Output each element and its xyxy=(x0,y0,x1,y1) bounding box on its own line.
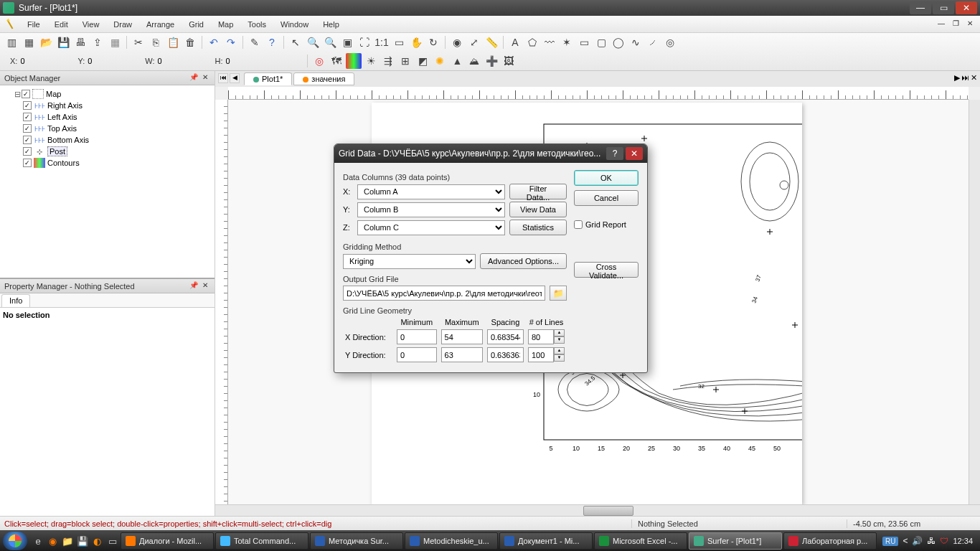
delete-icon[interactable]: 🗑 xyxy=(182,34,198,50)
map-contour-icon[interactable]: ◎ xyxy=(311,53,327,69)
spin-up-button[interactable]: ▲ xyxy=(554,329,565,336)
tree-item-post[interactable]: ✓⊹Post xyxy=(23,146,212,157)
tree-checkbox[interactable]: ✓ xyxy=(23,124,32,133)
help-icon[interactable]: ? xyxy=(264,34,280,50)
menu-map[interactable]: Map xyxy=(211,18,240,31)
menu-edit[interactable]: Edit xyxy=(47,18,75,31)
tab-nav-next-button[interactable]: ▶ xyxy=(954,73,960,83)
tab-close-button[interactable]: ✕ xyxy=(971,73,977,83)
document-tab-plot1[interactable]: Plot1* xyxy=(244,72,292,85)
y-column-select[interactable]: Column B xyxy=(357,202,505,217)
taskbar-item[interactable]: Microsoft Excel -... xyxy=(594,532,687,550)
trackball-icon[interactable]: ◉ xyxy=(449,34,465,50)
grid-report-checkbox[interactable] xyxy=(574,220,583,229)
tray-expand-icon[interactable]: < xyxy=(903,536,908,546)
zoom-realtime-icon[interactable]: ⤢ xyxy=(466,34,482,50)
y-spacing-input[interactable] xyxy=(487,347,524,362)
tab-nav-first-button[interactable]: ⏮ xyxy=(218,73,228,83)
spin-down-button[interactable]: ▼ xyxy=(554,336,565,344)
quick-explorer-icon[interactable]: 📁 xyxy=(61,534,75,548)
quick-show-desktop-icon[interactable]: ▭ xyxy=(105,534,119,548)
map-base-icon[interactable]: 🗺 xyxy=(329,53,344,69)
y-min-input[interactable] xyxy=(397,347,437,362)
map-add-icon[interactable]: ➕ xyxy=(484,53,499,69)
ellipse-icon[interactable]: ◯ xyxy=(611,34,626,50)
tree-item-contours[interactable]: ✓Contours xyxy=(23,157,212,169)
tray-clock[interactable]: 12:34 xyxy=(953,537,973,545)
x-lines-input[interactable] xyxy=(528,329,554,344)
taskbar-item[interactable]: Total Command... xyxy=(215,532,308,550)
taskbar-item[interactable]: Диалоги - Mozil... xyxy=(121,532,214,550)
panel-close-button[interactable]: ✕ xyxy=(200,281,210,291)
menu-help[interactable]: Help xyxy=(316,18,347,31)
undo-icon[interactable]: ↶ xyxy=(206,34,222,50)
print-icon[interactable]: 🖶 xyxy=(72,34,88,50)
grid-icon[interactable]: ▦ xyxy=(107,34,123,50)
spin-down-button[interactable]: ▼ xyxy=(554,354,565,362)
spin-up-button[interactable]: ▲ xyxy=(554,347,565,354)
cut-icon[interactable]: ✂ xyxy=(131,34,146,50)
tree-checkbox[interactable]: ✓ xyxy=(23,101,32,110)
cancel-button[interactable]: Cancel xyxy=(574,190,639,206)
mdi-restore-button[interactable]: ❐ xyxy=(950,19,961,29)
map-3d-wireframe-icon[interactable]: ⛰ xyxy=(466,53,482,69)
zoom-in-icon[interactable]: 🔍 xyxy=(305,34,321,50)
zoom-actual-icon[interactable]: 1:1 xyxy=(374,34,390,50)
text-icon[interactable]: A xyxy=(507,34,523,50)
redo-icon[interactable]: ↷ xyxy=(223,34,239,50)
tree-item-bottom-axis[interactable]: ✓⊦⊦⊦Bottom Axis xyxy=(23,134,212,146)
map-overlay-icon[interactable]: 🖼 xyxy=(501,53,517,69)
menu-arrange[interactable]: Arrange xyxy=(139,18,182,31)
range-ring-icon[interactable]: ◎ xyxy=(662,34,678,50)
y-max-input[interactable] xyxy=(441,347,483,362)
tray-shield-icon[interactable]: 🛡 xyxy=(940,536,948,546)
mdi-minimize-button[interactable]: — xyxy=(936,19,947,29)
panel-close-button[interactable]: ✕ xyxy=(200,73,210,83)
map-vector-icon[interactable]: ⇶ xyxy=(380,53,396,69)
redraw-icon[interactable]: ↻ xyxy=(425,34,441,50)
tree-item-top-axis[interactable]: ✓⊦⊦⊦Top Axis xyxy=(23,123,212,134)
rounded-rect-icon[interactable]: ▢ xyxy=(593,34,609,50)
quick-player-icon[interactable]: ◐ xyxy=(91,534,105,548)
close-button[interactable]: ✕ xyxy=(956,1,977,14)
reshape-icon[interactable]: ✎ xyxy=(247,34,263,50)
minimize-button[interactable]: — xyxy=(910,1,931,14)
object-manager-tree[interactable]: ⊟✓Map✓⊦⊦⊦Right Axis✓⊦⊦⊦Left Axis✓⊦⊦⊦Top … xyxy=(0,85,215,278)
save-icon[interactable]: 💾 xyxy=(55,34,71,50)
quick-ie-icon[interactable]: e xyxy=(32,534,45,548)
property-tab-info[interactable]: Info xyxy=(1,294,30,307)
tab-nav-last-button[interactable]: ⏭ xyxy=(961,73,969,83)
zoom-rect-icon[interactable]: ▣ xyxy=(339,34,355,50)
taskbar-item[interactable]: Metodicheskie_u... xyxy=(405,532,498,550)
x-min-input[interactable] xyxy=(397,329,437,344)
polygon-icon[interactable]: ⬠ xyxy=(524,34,540,50)
tree-item-right-axis[interactable]: ✓⊦⊦⊦Right Axis xyxy=(23,100,212,111)
polyline-icon[interactable]: 〰 xyxy=(542,34,557,50)
taskbar-item[interactable]: Документ1 - Mi... xyxy=(499,532,593,550)
x-spacing-input[interactable] xyxy=(487,329,524,344)
document-tab-values[interactable]: значения xyxy=(293,72,354,85)
menu-draw[interactable]: Draw xyxy=(106,18,139,31)
menu-grid[interactable]: Grid xyxy=(182,18,211,31)
quick-save-icon[interactable]: 💾 xyxy=(76,534,90,548)
paste-icon[interactable]: 📋 xyxy=(165,34,181,50)
y-lines-input[interactable] xyxy=(528,347,554,362)
new-worksheet-icon[interactable]: ▦ xyxy=(21,34,37,50)
quick-firefox-icon[interactable]: ◉ xyxy=(46,534,60,548)
measure-icon[interactable]: 📏 xyxy=(484,34,499,50)
map-image-icon[interactable]: ▬ xyxy=(346,53,362,69)
pointer-icon[interactable]: ↖ xyxy=(288,34,303,50)
x-column-select[interactable]: Column A xyxy=(357,184,505,199)
cross-validate-button[interactable]: Cross Validate... xyxy=(574,262,639,278)
export-icon[interactable]: ⇪ xyxy=(90,34,105,50)
gridding-method-select[interactable]: Kriging xyxy=(343,254,476,269)
taskbar-item[interactable]: Методичка Sur... xyxy=(310,532,403,550)
tree-checkbox[interactable]: ✓ xyxy=(23,136,32,144)
tree-checkbox[interactable]: ✓ xyxy=(22,90,30,98)
start-button[interactable] xyxy=(3,532,27,550)
menu-window[interactable]: Window xyxy=(273,18,316,31)
tree-checkbox[interactable]: ✓ xyxy=(23,113,32,121)
menu-file[interactable]: File xyxy=(20,18,47,31)
new-plot-icon[interactable]: ▥ xyxy=(4,34,19,50)
map-shaded-icon[interactable]: ☀ xyxy=(363,53,379,69)
